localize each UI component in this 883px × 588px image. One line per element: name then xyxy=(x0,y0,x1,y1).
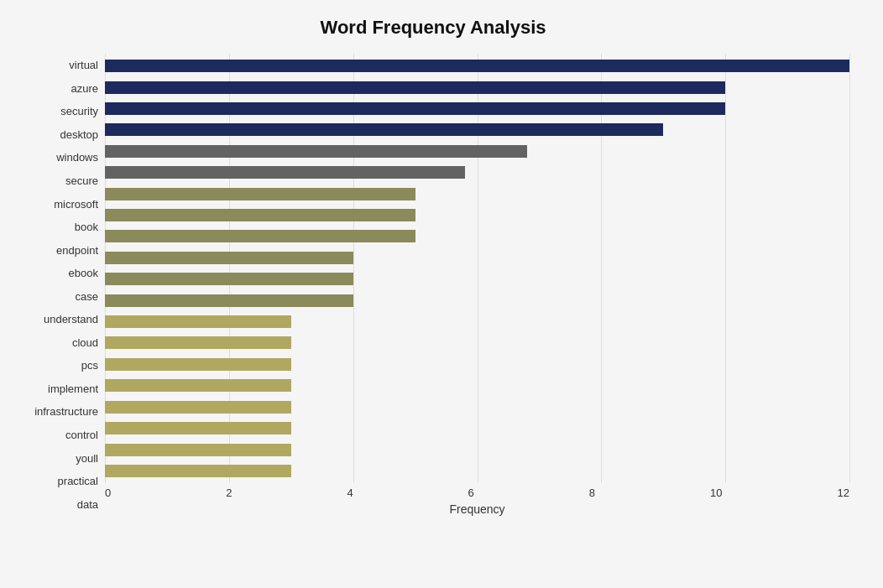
bar-row xyxy=(105,397,849,418)
y-label: implement xyxy=(48,383,98,394)
bar xyxy=(105,209,415,221)
bars-area xyxy=(105,54,849,483)
x-tick: 2 xyxy=(226,487,232,499)
bar xyxy=(105,102,725,115)
bar xyxy=(105,465,291,477)
y-label: cloud xyxy=(72,337,98,348)
bar-row xyxy=(105,76,849,97)
bar-row xyxy=(105,226,849,247)
bar-row xyxy=(105,205,849,226)
x-tick: 12 xyxy=(837,487,849,499)
y-label: azure xyxy=(71,83,98,94)
x-tick: 10 xyxy=(710,487,722,499)
bar xyxy=(105,358,291,371)
x-axis-label: Frequency xyxy=(105,502,849,516)
y-label: security xyxy=(60,106,98,117)
bar-row xyxy=(105,418,849,439)
bar xyxy=(105,145,527,158)
bar-row xyxy=(105,332,849,353)
bar xyxy=(105,188,415,200)
y-label: ebook xyxy=(69,268,98,278)
chart-container: Word Frequency Analysis virtualazuresecu… xyxy=(0,0,883,588)
y-label: practical xyxy=(58,476,98,487)
bar xyxy=(105,422,291,434)
bar-row xyxy=(105,183,849,204)
bar-row xyxy=(105,55,849,76)
bar-row xyxy=(105,461,849,481)
bars-and-x: 024681012 Frequency xyxy=(105,54,849,516)
y-label: microsoft xyxy=(54,199,98,210)
y-label: desktop xyxy=(60,129,98,140)
bar-row xyxy=(105,141,849,162)
bar xyxy=(105,166,465,179)
bar xyxy=(105,401,291,414)
chart-title: Word Frequency Analysis xyxy=(17,17,849,39)
bar-row xyxy=(105,119,849,140)
bar-row xyxy=(105,247,849,268)
bar-row xyxy=(105,354,849,375)
y-label: youll xyxy=(76,453,98,464)
bar-row xyxy=(105,311,849,332)
bar xyxy=(105,315,291,328)
y-label: virtual xyxy=(69,60,98,70)
y-label: data xyxy=(77,499,98,510)
bar-row xyxy=(105,289,849,310)
y-label: windows xyxy=(56,152,98,163)
x-tick: 6 xyxy=(468,487,474,499)
bar xyxy=(105,444,291,456)
grid-line xyxy=(849,54,850,483)
bar xyxy=(105,294,353,307)
bar xyxy=(105,379,291,392)
bar-row xyxy=(105,268,849,289)
y-label: secure xyxy=(65,175,98,186)
y-label: control xyxy=(65,429,98,440)
x-axis: 024681012 Frequency xyxy=(105,483,849,516)
x-ticks: 024681012 xyxy=(105,487,849,499)
x-tick: 0 xyxy=(105,487,111,499)
x-tick: 4 xyxy=(347,487,353,499)
bar-row xyxy=(105,439,849,460)
x-tick: 8 xyxy=(589,487,595,499)
chart-area: virtualazuresecuritydesktopwindowssecure… xyxy=(17,54,849,516)
y-label: book xyxy=(75,221,98,232)
y-label: case xyxy=(76,291,98,302)
y-label: understand xyxy=(44,314,98,325)
bar xyxy=(105,336,291,349)
bar xyxy=(105,81,725,94)
y-label: pcs xyxy=(81,360,98,371)
bar-row xyxy=(105,162,849,183)
y-label: infrastructure xyxy=(34,406,98,417)
bar xyxy=(105,60,849,72)
bar xyxy=(105,123,663,136)
y-axis-labels: virtualazuresecuritydesktopwindowssecure… xyxy=(17,54,105,516)
bars-inner xyxy=(105,54,849,483)
y-label: endpoint xyxy=(56,245,98,256)
bar xyxy=(105,230,415,242)
bar-row xyxy=(105,98,849,119)
bar xyxy=(105,252,353,264)
bar xyxy=(105,273,353,285)
bar-row xyxy=(105,375,849,396)
